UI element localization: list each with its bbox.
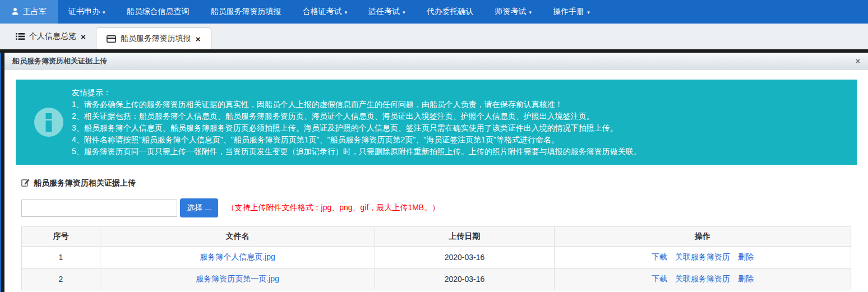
notice-line: 4、附件名称请按照"船员服务簿个人信息页"、"船员服务簿资历页第1页"、"船员服… — [72, 134, 641, 146]
download-link[interactable]: 下载 — [652, 252, 667, 261]
edit-icon — [21, 178, 30, 188]
table-row: 2服务簿资历页第一页.jpg2020-03-16下载关联服务簿资历删除 — [22, 268, 851, 290]
download-link[interactable]: 下载 — [652, 274, 667, 283]
table-header-row: 序号文件名上传日期操作 — [22, 227, 851, 247]
table-header-cell: 文件名 — [100, 227, 375, 247]
delete-link[interactable]: 删除 — [738, 252, 754, 261]
notice-line: 2、相关证据包括：船员服务簿个人信息页、船员服务簿服务资历页、海员证个人信息页、… — [72, 110, 641, 122]
panel-close-icon[interactable]: × — [856, 57, 860, 65]
filename-cell: 服务簿个人信息页.jpg — [100, 247, 375, 268]
uploaded-files-table: 序号文件名上传日期操作 1服务簿个人信息页.jpg2020-03-16下载关联服… — [21, 226, 851, 290]
choose-file-button[interactable]: 选择 ... — [180, 198, 218, 217]
file-path-input[interactable] — [21, 200, 177, 217]
user-icon — [11, 7, 19, 17]
nav-item[interactable]: 合格证考试▾ — [292, 0, 358, 24]
nav-item[interactable]: 证书申办▾ — [58, 0, 116, 24]
chevron-down-icon: ▾ — [587, 10, 590, 15]
upload-section-title-label: 船员服务簿资历相关证据上传 — [34, 178, 136, 188]
upload-row: 选择 ... （支持上传附件文件格式：jpg、png、gif，最大上传1MB。） — [21, 198, 851, 217]
chevron-down-icon: ▾ — [103, 10, 105, 15]
upload-date-cell: 2020-03-16 — [375, 247, 555, 268]
nav-items: 证书申办▾船员综合信息查询船员服务簿资历填报合格证考试▾适任考试▾代办委托确认师… — [58, 0, 601, 24]
panel-body: 友情提示：1、请务必确保上传的服务簿资历相关证据的真实性，因船员个人上报的虚假信… — [4, 69, 868, 290]
row-number-cell: 2 — [22, 268, 100, 290]
notice-line: 友情提示： — [72, 87, 641, 99]
chevron-down-icon: ▾ — [345, 10, 348, 15]
nav-item-label: 适任考试 — [368, 7, 400, 17]
evidence-upload-panel: 船员服务簿资历相关证据上传 × 友情提示：1、请务必确保上传的服务簿资历相关证据… — [1, 53, 868, 292]
tab-close-icon[interactable]: × — [196, 35, 201, 43]
filename-link[interactable]: 服务簿资历页第一页.jpg — [196, 274, 279, 283]
notice-line: 5、服务簿资历页同一页只需上传一张附件，当资历页发生变更（追加记录行）时，只需删… — [72, 146, 641, 157]
table-header-cell: 上传日期 — [375, 227, 555, 247]
nav-item[interactable]: 船员服务簿资历填报 — [200, 0, 292, 24]
tab-inactive[interactable]: 个人信息总览× — [6, 24, 96, 49]
table-header-cell: 序号 — [22, 227, 100, 247]
nav-user-menu[interactable]: 王占军 — [0, 0, 58, 24]
tab-bar: 个人信息总览×船员服务簿资历填报× — [0, 24, 868, 49]
nav-item-label: 船员综合信息查询 — [127, 7, 190, 17]
notice-line: 3、船员服务簿个人信息页、船员服务簿服务资历页必须拍照上传。海员证及护照的个人信… — [72, 122, 641, 134]
nav-item-label: 合格证考试 — [303, 7, 342, 17]
nav-item-label: 代办委托确认 — [427, 7, 474, 17]
chevron-down-icon: ▾ — [403, 10, 405, 15]
nav-item-label: 船员服务簿资历填报 — [211, 7, 281, 17]
nav-item-label: 师资考试 — [495, 7, 527, 17]
tab-label: 个人信息总览 — [29, 31, 76, 41]
nav-item-label: 证书申办 — [68, 7, 100, 17]
associate-record-link[interactable]: 关联服务簿资历 — [675, 274, 730, 283]
upload-date-cell: 2020-03-16 — [375, 268, 555, 290]
panel-header: 船员服务簿资历相关证据上传 × — [4, 53, 868, 69]
notice-line: 1、请务必确保上传的服务簿资历相关证据的真实性，因船员个人上报的虚假信息而产生的… — [72, 99, 641, 110]
top-navbar: 王占军 证书申办▾船员综合信息查询船员服务簿资历填报合格证考试▾适任考试▾代办委… — [0, 0, 868, 24]
table-row: 1服务簿个人信息页.jpg2020-03-16下载关联服务簿资历删除 — [22, 247, 851, 268]
tab-close-icon[interactable]: × — [81, 33, 86, 41]
notice-box: 友情提示：1、请务必确保上传的服务簿资历相关证据的真实性，因船员个人上报的虚假信… — [16, 80, 857, 165]
row-number-cell: 1 — [22, 247, 100, 268]
nav-item-label: 操作手册 — [553, 7, 584, 17]
upload-section-title: 船员服务簿资历相关证据上传 — [21, 175, 851, 196]
actions-cell: 下载关联服务簿资历删除 — [555, 268, 851, 290]
nav-item[interactable]: 操作手册▾ — [542, 0, 601, 24]
nav-item[interactable]: 适任考试▾ — [358, 0, 416, 24]
tab-label: 船员服务簿资历填报 — [121, 34, 191, 44]
list-icon — [16, 33, 25, 40]
format-note: （支持上传附件文件格式：jpg、png、gif，最大上传1MB。） — [227, 203, 440, 213]
upload-section: 船员服务簿资历相关证据上传 选择 ... （支持上传附件文件格式：jpg、png… — [21, 175, 851, 290]
delete-link[interactable]: 删除 — [738, 274, 754, 283]
chevron-down-icon: ▾ — [529, 10, 532, 15]
notice-text: 友情提示：1、请务必确保上传的服务簿资历相关证据的真实性，因船员个人上报的虚假信… — [72, 87, 641, 157]
nav-item[interactable]: 代办委托确认 — [416, 0, 484, 24]
associate-record-link[interactable]: 关联服务簿资历 — [675, 252, 730, 261]
nav-item[interactable]: 师资考试▾ — [484, 0, 543, 24]
nav-user-label: 王占军 — [23, 7, 47, 17]
filename-link[interactable]: 服务簿个人信息页.jpg — [200, 252, 275, 261]
card-icon — [107, 35, 116, 43]
nav-item[interactable]: 船员综合信息查询 — [116, 0, 200, 24]
tab-active[interactable]: 船员服务簿资历填报× — [96, 27, 211, 49]
actions-cell: 下载关联服务簿资历删除 — [555, 247, 851, 268]
filename-cell: 服务簿资历页第一页.jpg — [100, 268, 375, 290]
table-header-cell: 操作 — [555, 227, 851, 247]
panel-title: 船员服务簿资历相关证据上传 — [12, 56, 107, 66]
info-icon — [26, 107, 72, 137]
